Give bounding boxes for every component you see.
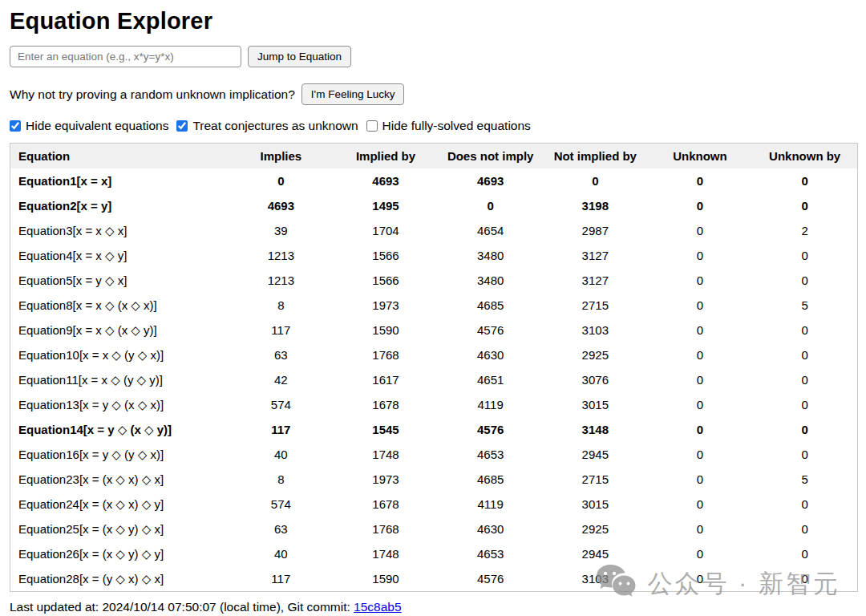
filter-0[interactable]: Hide equivalent equations <box>10 119 168 133</box>
count-cell: 4693 <box>334 168 439 193</box>
count-cell: 4630 <box>438 342 543 367</box>
count-cell: 4651 <box>438 367 543 392</box>
count-cell: 3127 <box>543 268 648 293</box>
equation-cell: Equation28[x = (y ◇ x) ◇ x] <box>10 566 229 591</box>
count-cell: 1545 <box>334 417 439 442</box>
table-row: Equation11[x = x ◇ (y ◇ y)]4216174651307… <box>10 367 857 392</box>
count-cell: 0 <box>752 168 857 193</box>
count-cell: 2945 <box>543 541 648 566</box>
count-cell: 8 <box>229 293 334 318</box>
count-cell: 3127 <box>543 243 648 268</box>
count-cell: 0 <box>752 243 857 268</box>
count-cell: 0 <box>752 318 857 342</box>
count-cell: 1590 <box>334 566 439 591</box>
equation-cell: Equation4[x = x ◇ y] <box>10 243 229 268</box>
equation-cell: Equation24[x = (x ◇ x) ◇ y] <box>10 492 229 517</box>
count-cell: 1213 <box>229 268 334 293</box>
count-cell: 1973 <box>334 293 439 318</box>
git-commit-link[interactable]: 15c8ab5 <box>354 600 401 614</box>
lucky-row: Why not try proving a random unknown imp… <box>10 83 856 105</box>
feeling-lucky-button[interactable]: I'm Feeling Lucky <box>301 83 405 105</box>
count-cell: 1566 <box>334 243 439 268</box>
count-cell: 0 <box>752 268 857 293</box>
count-cell: 0 <box>648 218 753 243</box>
equation-cell: Equation14[x = y ◇ (x ◇ y)] <box>10 417 229 442</box>
table-row: Equation10[x = x ◇ (y ◇ x)]6317684630292… <box>10 342 857 367</box>
count-cell: 0 <box>752 492 857 517</box>
filter-checkbox-1[interactable] <box>176 120 188 132</box>
count-cell: 5 <box>752 293 857 318</box>
count-cell: 1768 <box>334 517 439 541</box>
count-cell: 0 <box>648 517 753 541</box>
count-cell: 4685 <box>438 467 543 492</box>
jump-to-equation-button[interactable]: Jump to Equation <box>248 46 351 67</box>
count-cell: 0 <box>752 417 857 442</box>
count-cell: 0 <box>648 293 753 318</box>
last-updated-text: Last updated at: 2024/10/14 07:50:07 (lo… <box>10 600 354 614</box>
equation-cell: Equation16[x = y ◇ (y ◇ x)] <box>10 442 229 467</box>
count-cell: 0 <box>648 392 753 417</box>
count-cell: 4630 <box>438 517 543 541</box>
table-row: Equation16[x = y ◇ (y ◇ x)]4017484653294… <box>10 442 857 467</box>
equation-cell: Equation11[x = x ◇ (y ◇ y)] <box>10 367 229 392</box>
count-cell: 0 <box>438 193 543 218</box>
equation-cell: Equation5[x = y ◇ x] <box>10 268 229 293</box>
filters-row: Hide equivalent equationsTreat conjectur… <box>10 119 856 133</box>
table-header-row: EquationImpliesImplied byDoes not implyN… <box>10 144 857 168</box>
count-cell: 4119 <box>438 492 543 517</box>
search-row: Jump to Equation <box>10 46 856 67</box>
filter-2[interactable]: Hide fully-solved equations <box>366 119 531 133</box>
filter-label: Hide equivalent equations <box>26 119 168 133</box>
count-cell: 4653 <box>438 442 543 467</box>
count-cell: 1704 <box>334 218 439 243</box>
count-cell: 8 <box>229 467 334 492</box>
table-row: Equation9[x = x ◇ (x ◇ y)]11715904576310… <box>10 318 857 342</box>
count-cell: 0 <box>648 417 753 442</box>
equation-cell: Equation3[x = x ◇ x] <box>10 218 229 243</box>
count-cell: 0 <box>752 342 857 367</box>
table-row: Equation23[x = (x ◇ x) ◇ x]8197346852715… <box>10 467 857 492</box>
filter-1[interactable]: Treat conjectures as unknown <box>176 119 358 133</box>
count-cell: 3148 <box>543 417 648 442</box>
filter-checkbox-2[interactable] <box>366 120 378 132</box>
count-cell: 0 <box>752 541 857 566</box>
table-row: Equation24[x = (x ◇ x) ◇ y]5741678411930… <box>10 492 857 517</box>
column-header-implied-by: Implied by <box>334 144 439 168</box>
equation-cell: Equation25[x = (x ◇ y) ◇ x] <box>10 517 229 541</box>
count-cell: 1748 <box>334 442 439 467</box>
count-cell: 0 <box>752 193 857 218</box>
count-cell: 2715 <box>543 293 648 318</box>
table-row: Equation5[x = y ◇ x]121315663480312700 <box>10 268 857 293</box>
equation-input[interactable] <box>10 46 241 67</box>
count-cell: 4119 <box>438 392 543 417</box>
count-cell: 2987 <box>543 218 648 243</box>
count-cell: 0 <box>752 392 857 417</box>
count-cell: 0 <box>648 168 753 193</box>
footer: Last updated at: 2024/10/14 07:50:07 (lo… <box>10 600 856 614</box>
count-cell: 4576 <box>438 318 543 342</box>
count-cell: 1768 <box>334 342 439 367</box>
table-row: Equation4[x = x ◇ y]121315663480312700 <box>10 243 857 268</box>
count-cell: 0 <box>648 342 753 367</box>
count-cell: 3103 <box>543 318 648 342</box>
count-cell: 4576 <box>438 417 543 442</box>
count-cell: 4693 <box>438 168 543 193</box>
count-cell: 2 <box>752 218 857 243</box>
count-cell: 2945 <box>543 442 648 467</box>
equations-table: EquationImpliesImplied byDoes not implyN… <box>10 144 857 591</box>
count-cell: 0 <box>648 467 753 492</box>
equations-table-scroll[interactable]: EquationImpliesImplied byDoes not implyN… <box>10 143 858 592</box>
count-cell: 3015 <box>543 492 648 517</box>
filter-checkbox-0[interactable] <box>10 120 21 132</box>
count-cell: 3015 <box>543 392 648 417</box>
equation-cell: Equation1[x = x] <box>10 168 229 193</box>
count-cell: 4685 <box>438 293 543 318</box>
equation-cell: Equation10[x = x ◇ (y ◇ x)] <box>10 342 229 367</box>
count-cell: 0 <box>648 566 753 591</box>
equation-cell: Equation2[x = y] <box>10 193 229 218</box>
count-cell: 0 <box>648 541 753 566</box>
table-row: Equation13[x = y ◇ (x ◇ x)]5741678411930… <box>10 392 857 417</box>
count-cell: 1973 <box>334 467 439 492</box>
lucky-prompt: Why not try proving a random unknown imp… <box>10 87 295 102</box>
count-cell: 0 <box>648 193 753 218</box>
